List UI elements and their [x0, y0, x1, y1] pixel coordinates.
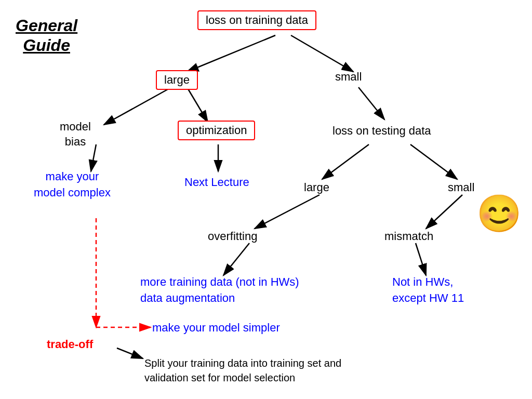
make-model-complex-node: make yourmodel complex: [34, 169, 111, 201]
svg-line-7: [322, 144, 369, 179]
svg-line-8: [410, 144, 457, 179]
svg-line-0: [187, 35, 275, 72]
general-guide-title: General Guide: [16, 16, 77, 56]
loss-testing-node: loss on testing data: [332, 124, 431, 139]
svg-line-1: [291, 35, 353, 72]
loss-training-node: loss on training data: [197, 10, 316, 30]
svg-line-10: [426, 195, 462, 229]
mismatch-node: mismatch: [384, 230, 433, 243]
title-line1: General: [16, 16, 77, 35]
svg-line-11: [223, 243, 249, 275]
large-label: large: [156, 70, 198, 90]
more-training-node: more training data (not in HWs)data augm…: [140, 274, 299, 307]
small2-label: small: [448, 181, 474, 194]
next-lecture-node: Next Lecture: [184, 176, 249, 189]
optimization-label: optimization: [178, 121, 255, 140]
svg-line-15: [117, 348, 143, 358]
overfitting-label: overfitting: [208, 230, 257, 243]
overfitting-node: overfitting: [208, 230, 257, 243]
loss-testing-label: loss on testing data: [332, 124, 431, 137]
page-container: General Guide loss on training data larg…: [0, 0, 532, 399]
split-text-node: Split your training data into training s…: [144, 356, 341, 385]
svg-line-2: [104, 87, 171, 125]
large-node: large: [156, 70, 198, 90]
svg-line-6: [358, 87, 384, 119]
svg-line-3: [187, 87, 208, 122]
large2-node: large: [304, 181, 329, 194]
smiley-emoji: 😊: [476, 192, 522, 235]
tradeoff-node: trade-off: [47, 338, 93, 351]
svg-line-12: [416, 243, 426, 275]
title-line2: Guide: [23, 36, 70, 55]
next-lecture-label: Next Lecture: [184, 176, 249, 189]
small2-node: small: [448, 181, 474, 194]
mismatch-label: mismatch: [384, 230, 433, 243]
loss-training-label: loss on training data: [197, 10, 316, 30]
optimization-node: optimization: [178, 121, 255, 140]
svg-line-9: [255, 195, 320, 229]
not-in-hws-node: Not in HWs,except HW 11: [392, 274, 464, 307]
make-simpler-label: make your model simpler: [152, 321, 280, 334]
large2-label: large: [304, 181, 329, 194]
small-node: small: [335, 70, 362, 84]
small-label: small: [335, 70, 362, 83]
model-bias-node: modelbias: [60, 119, 91, 149]
make-simpler-node: make your model simpler: [152, 321, 280, 335]
svg-line-4: [91, 144, 96, 171]
tradeoff-label: trade-off: [47, 338, 93, 351]
